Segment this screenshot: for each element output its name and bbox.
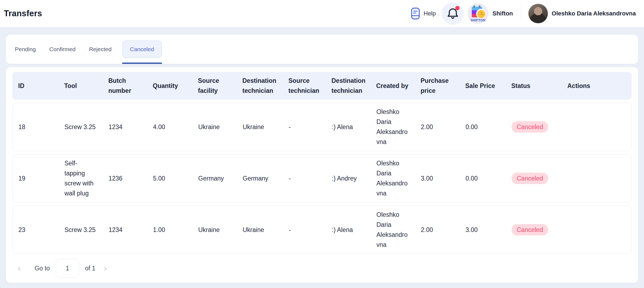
table-row: 18 Screw 3.25 1234 4.00 Ukraine Ukraine … — [12, 103, 632, 151]
cell-actions — [562, 123, 631, 131]
cell-tool: Screw 3.25 — [59, 221, 103, 239]
cell-destination-facility: Ukraine — [237, 118, 283, 136]
cell-destination-technician: :) Alena — [326, 221, 371, 239]
table-header-row: ID Tool Butch number Quantity Source fac… — [12, 72, 632, 100]
cell-created-by: Oleshko Daria Aleksandrovna — [371, 155, 415, 202]
status-badge: Canceled — [512, 121, 548, 133]
user-menu[interactable]: Oleshko Daria Aleksandrovna — [528, 4, 636, 23]
cell-quantity: 4.00 — [147, 118, 193, 136]
cell-id: 23 — [13, 221, 59, 239]
header-divider — [521, 6, 521, 21]
user-name: Oleshko Daria Aleksandrovna — [552, 10, 636, 17]
tab-rejected[interactable]: Rejected — [86, 41, 114, 57]
cell-butch-number: 1234 — [103, 118, 147, 136]
top-bar-right: Help — [411, 2, 636, 25]
cell-id: 19 — [13, 170, 59, 187]
column-header-source-technician: Source technician — [283, 72, 326, 100]
page-number-input[interactable] — [56, 259, 79, 278]
cell-butch-number: 1234 — [103, 221, 147, 239]
cell-sale-price: 3.00 — [460, 221, 506, 239]
cell-source-facility: Ukraine — [193, 118, 237, 136]
help-label: Help — [424, 10, 436, 17]
column-header-source-facility: Source facility — [192, 72, 237, 100]
cell-sale-price: 0.00 — [460, 170, 506, 187]
column-header-destination-technician-2: Destination technician — [326, 72, 370, 100]
status-badge: Canceled — [512, 173, 548, 184]
tab-pending[interactable]: Pending — [12, 41, 38, 57]
column-header-id: ID — [12, 77, 58, 95]
cell-created-by: Oleshko Daria Aleksandrovna — [371, 103, 415, 151]
column-header-butch-number: Butch number — [103, 72, 147, 100]
cell-source-facility: Ukraine — [193, 221, 237, 239]
cell-destination-technician: :) Andrey — [326, 170, 371, 187]
main-content: Pending Confirmed Rejected Canceled ID T… — [0, 27, 644, 283]
shifton-logo-icon: SHIFTON — [468, 3, 488, 24]
cell-butch-number: 1236 — [103, 170, 147, 187]
column-header-actions: Actions — [562, 77, 632, 95]
column-header-status: Status — [506, 77, 562, 95]
page-title: Transfers — [4, 9, 42, 18]
column-header-purchase-price: Purchase price — [415, 72, 460, 100]
transfers-table: ID Tool Butch number Quantity Source fac… — [6, 67, 638, 283]
cell-actions — [562, 175, 631, 182]
cell-id: 18 — [13, 118, 59, 136]
cell-source-technician: - — [283, 118, 326, 136]
user-avatar — [528, 4, 548, 23]
help-book-icon — [411, 7, 420, 20]
column-header-destination-technician-1: Destination technician — [237, 72, 283, 100]
cell-purchase-price: 2.00 — [415, 221, 460, 239]
cell-source-technician: - — [283, 170, 326, 187]
cell-tool: Self-tapping screw with wall plug — [59, 155, 103, 202]
pagination: ‹ Go to of 1 › — [12, 254, 632, 278]
page-count-label: of 1 — [85, 265, 95, 272]
status-badge: Canceled — [512, 224, 548, 235]
cell-purchase-price: 2.00 — [415, 118, 460, 136]
svg-text:SHIFTON: SHIFTON — [470, 18, 486, 22]
notification-dot — [455, 6, 460, 10]
column-header-created-by: Created by — [370, 77, 415, 95]
cell-quantity: 1.00 — [147, 221, 193, 239]
chevron-left-icon[interactable]: ‹ — [15, 260, 24, 276]
cell-created-by: Oleshko Daria Aleksandrovna — [371, 206, 415, 254]
column-header-sale-price: Sale Price — [460, 77, 506, 95]
column-header-quantity: Quantity — [147, 77, 192, 95]
cell-destination-technician: :) Alena — [326, 118, 371, 136]
tab-confirmed[interactable]: Confirmed — [47, 41, 78, 57]
table-row: 19 Self-tapping screw with wall plug 123… — [12, 154, 632, 202]
go-to-label: Go to — [35, 265, 50, 272]
cell-actions — [562, 226, 631, 234]
cell-tool: Screw 3.25 — [59, 118, 103, 136]
table-row: 23 Screw 3.25 1234 1.00 Ukraine Ukraine … — [12, 206, 632, 254]
column-header-tool: Tool — [58, 77, 103, 95]
cell-destination-facility: Germany — [237, 170, 283, 187]
cell-source-technician: - — [283, 221, 326, 239]
cell-purchase-price: 3.00 — [415, 170, 460, 187]
chevron-right-icon[interactable]: › — [101, 260, 110, 276]
cell-status: Canceled — [506, 169, 562, 188]
brand[interactable]: SHIFTON Shifton — [468, 3, 513, 24]
cell-source-facility: Germany — [193, 170, 237, 187]
cell-status: Canceled — [506, 220, 562, 239]
tab-canceled[interactable]: Canceled — [122, 41, 162, 58]
top-bar: Transfers Help — [0, 0, 644, 27]
cell-quantity: 5.00 — [147, 170, 193, 187]
status-tabs: Pending Confirmed Rejected Canceled — [6, 35, 638, 64]
cell-destination-facility: Ukraine — [237, 221, 283, 239]
help-button[interactable]: Help — [411, 7, 436, 20]
cell-sale-price: 0.00 — [460, 118, 506, 136]
notifications-button[interactable] — [442, 2, 464, 25]
brand-name: Shifton — [492, 10, 513, 17]
cell-status: Canceled — [506, 117, 562, 136]
